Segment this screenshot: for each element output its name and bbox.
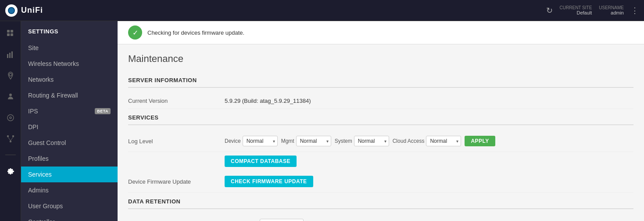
- apply-button[interactable]: APPLY: [465, 136, 495, 146]
- notification-bar: ✓ Checking for devices firmware update.: [118, 21, 644, 44]
- sidebar-item-ips[interactable]: IPS BETA: [21, 103, 118, 119]
- sidebar-item-site-label: Site: [28, 44, 39, 51]
- sidebar-item-networks[interactable]: Networks: [21, 72, 118, 87]
- compact-database-button[interactable]: COMPACT DATABASE: [225, 156, 297, 167]
- svg-point-8: [9, 94, 12, 96]
- refresh-icon[interactable]: ↻: [546, 6, 553, 15]
- sidebar-item-controller[interactable]: Controller: [21, 214, 118, 221]
- sidebar-item-controller-label: Controller: [28, 218, 55, 221]
- check-icon: ✓: [128, 25, 142, 40]
- svg-point-10: [10, 117, 11, 119]
- nav-dashboard[interactable]: [4, 26, 18, 40]
- page-title: Maintenance: [128, 53, 633, 65]
- cloud-access-select[interactable]: Normal Debug Verbose: [426, 136, 461, 146]
- firmware-update-label: Device Firmware Update: [128, 178, 225, 185]
- sidebar-item-wireless-networks[interactable]: Wireless Networks: [21, 56, 118, 72]
- nav-clients[interactable]: [4, 90, 18, 104]
- sidebar-item-routing-firewall[interactable]: Routing & Firewall: [21, 87, 118, 103]
- svg-rect-12: [12, 135, 14, 137]
- nav-topology[interactable]: [4, 132, 18, 146]
- nav-settings[interactable]: [4, 164, 18, 178]
- system-select-wrapper: Normal Debug Verbose: [354, 136, 389, 146]
- sidebar-item-wireless-label: Wireless Networks: [28, 60, 79, 67]
- compact-db-row: COMPACT DATABASE: [128, 152, 633, 170]
- device-select-group: Device Normal Debug Verbose: [225, 136, 278, 146]
- svg-rect-1: [11, 30, 13, 33]
- sidebar-item-profiles[interactable]: Profiles: [21, 151, 118, 167]
- sidebar-item-routing-label: Routing & Firewall: [28, 92, 78, 99]
- current-version-row: Current Version 5.9.29 (Build: atag_5.9.…: [128, 93, 633, 109]
- sidebar-item-admins[interactable]: Admins: [21, 182, 118, 198]
- sidebar-item-networks-label: Networks: [28, 76, 54, 83]
- topnav-right: ↻ CURRENT SITE Default USERNAME admin ⋮: [546, 5, 639, 15]
- svg-rect-4: [7, 54, 8, 58]
- sidebar: SETTINGS Site Wireless Networks Networks…: [21, 21, 118, 221]
- sidebar-item-user-groups[interactable]: User Groups: [21, 198, 118, 214]
- device-label: Device: [225, 138, 241, 144]
- sidebar-item-user-groups-label: User Groups: [28, 203, 63, 210]
- mgmt-select-wrapper: Normal Debug Verbose: [296, 136, 331, 146]
- svg-rect-3: [11, 33, 13, 36]
- topnav: UniFi ↻ CURRENT SITE Default USERNAME ad…: [0, 0, 644, 21]
- sidebar-item-profiles-label: Profiles: [28, 155, 49, 162]
- nav-stats[interactable]: [4, 47, 18, 62]
- log-level-label: Log Level: [128, 138, 225, 145]
- data-retention-section: DATA RETENTION: [128, 193, 633, 209]
- icon-bar-divider: [5, 155, 16, 155]
- services-section: SERVICES: [128, 109, 633, 125]
- system-select-group: System Normal Debug Verbose: [335, 136, 389, 146]
- sidebar-item-dpi[interactable]: DPI: [21, 119, 118, 135]
- mgmt-select-group: Mgmt Normal Debug Verbose: [281, 136, 331, 146]
- device-select[interactable]: Normal Debug Verbose: [243, 136, 278, 146]
- mgmt-select[interactable]: Normal Debug Verbose: [296, 136, 331, 146]
- sidebar-item-ips-label: IPS: [28, 108, 38, 115]
- retention-row-5min: Time Series with 5 Minutes Granularity 1…: [128, 214, 633, 221]
- retention-5min-select[interactable]: 1 hour 6 hours 12 hours 1 day 1 week No …: [260, 219, 304, 221]
- sidebar-item-guest-control[interactable]: Guest Control: [21, 135, 118, 151]
- system-select[interactable]: Normal Debug Verbose: [354, 136, 389, 146]
- sidebar-item-site[interactable]: Site: [21, 40, 118, 56]
- svg-point-7: [9, 73, 12, 76]
- nav-insights[interactable]: [4, 111, 18, 125]
- current-site-label: CURRENT SITE: [560, 5, 592, 10]
- mgmt-label: Mgmt: [281, 138, 294, 144]
- current-site-value: Default: [576, 10, 592, 15]
- check-firmware-button[interactable]: CHECK FIRMWARE UPDATE: [225, 176, 313, 187]
- server-info-section: SERVER INFORMATION: [128, 72, 633, 88]
- svg-rect-11: [7, 135, 9, 137]
- content-area: ✓ Checking for devices firmware update. …: [118, 21, 644, 221]
- cloud-access-label: Cloud Access: [393, 138, 425, 144]
- icon-bar: [0, 21, 21, 221]
- cloud-access-select-group: Cloud Access Normal Debug Verbose: [393, 136, 462, 146]
- nav-map[interactable]: [4, 69, 18, 83]
- svg-rect-0: [7, 30, 10, 33]
- svg-point-9: [7, 115, 14, 121]
- main-layout: SETTINGS Site Wireless Networks Networks…: [0, 21, 644, 221]
- sidebar-item-admins-label: Admins: [28, 187, 49, 194]
- log-level-controls: Device Normal Debug Verbose Mgmt: [225, 136, 495, 146]
- username-value: admin: [611, 10, 624, 15]
- sidebar-item-guest-label: Guest Control: [28, 139, 66, 146]
- unifi-logo: UniFi: [21, 6, 43, 15]
- sidebar-item-dpi-label: DPI: [28, 123, 38, 130]
- device-select-wrapper: Normal Debug Verbose: [243, 136, 278, 146]
- svg-line-14: [8, 137, 11, 141]
- svg-rect-13: [10, 141, 11, 142]
- ubnt-icon: [5, 4, 18, 17]
- menu-dots[interactable]: ⋮: [631, 6, 639, 15]
- log-level-row: Log Level Device Normal Debug Verbose: [128, 130, 633, 152]
- sidebar-title: SETTINGS: [21, 28, 118, 40]
- retention-5min-select-wrapper: 1 hour 6 hours 12 hours 1 day 1 week No …: [260, 219, 304, 221]
- ips-beta-badge: BETA: [95, 108, 111, 114]
- svg-rect-2: [7, 33, 10, 36]
- logo: UniFi: [5, 4, 43, 17]
- firmware-update-row: Device Firmware Update CHECK FIRMWARE UP…: [128, 170, 633, 193]
- notification-text: Checking for devices firmware update.: [147, 29, 244, 36]
- system-label: System: [335, 138, 352, 144]
- page-content: Maintenance SERVER INFORMATION Current V…: [118, 44, 644, 221]
- site-info: CURRENT SITE Default: [560, 5, 592, 15]
- sidebar-item-services[interactable]: Services: [21, 167, 118, 182]
- cloud-access-select-wrapper: Normal Debug Verbose: [426, 136, 461, 146]
- svg-rect-5: [9, 53, 11, 58]
- username-label: USERNAME: [599, 5, 624, 10]
